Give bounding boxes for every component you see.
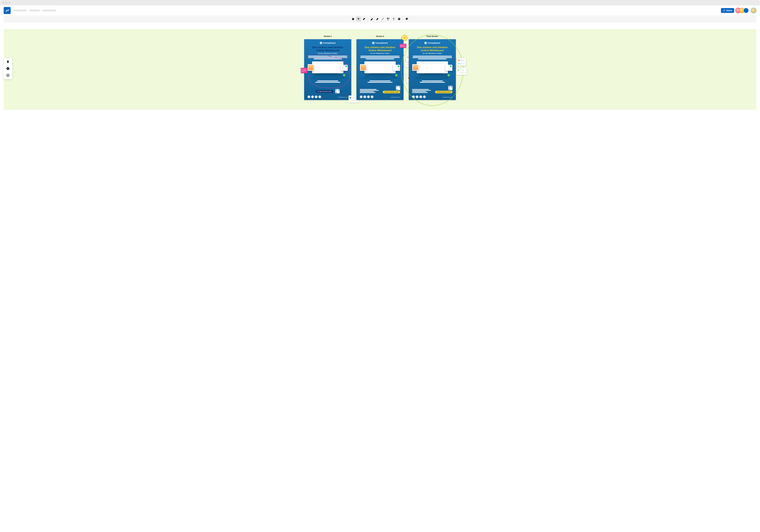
side-panel: [4, 58, 12, 79]
comment-card[interactable]: [456, 68, 466, 75]
version-column-2: Version 2 ◎Conceptboard Das sichere und …: [356, 35, 404, 100]
toolbar-separator: [403, 17, 403, 21]
tool-eraser[interactable]: [361, 17, 367, 22]
poster-illustration: 🔒: [414, 61, 451, 79]
share-button[interactable]: Share: [721, 8, 734, 13]
browser-title-bar: [0, 0, 760, 6]
poster-body-placeholder: [308, 80, 348, 83]
notifications-icon[interactable]: [6, 60, 10, 64]
tool-pan[interactable]: [351, 17, 356, 22]
poster-url: conceptboard.com: [443, 97, 452, 98]
window-control-maximize[interactable]: [9, 2, 10, 4]
whiteboard-frame[interactable]: Version 1 ◎Conceptboard Das sichere und …: [4, 29, 756, 110]
hand-icon: [352, 18, 355, 21]
brand-icon: ◎: [320, 42, 322, 44]
collaborator-avatars: [737, 8, 756, 13]
eraser-icon: [362, 18, 365, 21]
sticky-note-icon: [398, 18, 401, 21]
tool-pen[interactable]: [369, 17, 374, 22]
qr-code: [396, 86, 400, 90]
poster-body-placeholder: [360, 80, 400, 83]
poster-illustration: 🔒: [309, 61, 347, 79]
cta-button[interactable]: 30 Tage kostenlos testen: [435, 91, 452, 93]
svg-rect-7: [7, 74, 9, 75]
toolbar: [4, 16, 756, 23]
window-control-close[interactable]: [2, 2, 4, 4]
link-icon: [723, 9, 725, 12]
qr-code: [448, 86, 452, 90]
cta-button[interactable]: 30 Tage kostenlos testen: [383, 91, 400, 93]
poster-brand: ◎Conceptboard: [412, 42, 452, 44]
brand-icon: ◎: [372, 42, 374, 44]
poster-cta-row: 30 Tage kostenlos testen: [308, 89, 348, 93]
brand-icon: ◎: [425, 42, 427, 44]
cta-button[interactable]: 30 Tage kostenlos testen: [316, 90, 333, 93]
lock-icon: 🔒: [395, 74, 398, 76]
shapes-icon: [387, 18, 390, 21]
tool-text[interactable]: [391, 17, 396, 22]
toolbar-separator: [368, 17, 368, 21]
line-icon: [381, 18, 384, 21]
poster-cta-row: 30 Tage kostenlos testen: [360, 86, 400, 93]
poster-body-placeholder: [360, 56, 400, 59]
poster-v1[interactable]: ◎Conceptboard Das sichere und intuitiveO…: [304, 39, 351, 100]
toolbar-container: [0, 16, 760, 24]
canvas-area[interactable]: Version 1 ◎Conceptboard Das sichere und …: [0, 24, 760, 116]
breadcrumb-skeleton: [29, 10, 40, 11]
poster-url: conceptboard.com: [390, 97, 400, 98]
tasks-icon[interactable]: [6, 67, 10, 70]
poster-final[interactable]: ◎Conceptboard Das sichere und intuitiveO…: [409, 39, 456, 100]
user-avatar[interactable]: [751, 8, 756, 13]
app-window: Share: [0, 6, 760, 116]
tool-comment[interactable]: [404, 17, 409, 22]
svg-point-0: [372, 18, 373, 19]
poster-illustration: 🔒: [361, 61, 399, 79]
breadcrumb-skeleton: [43, 10, 56, 11]
poster-brand: ◎Conceptboard: [308, 42, 348, 44]
lock-icon: 🔒: [343, 74, 346, 76]
tool-line[interactable]: [380, 17, 385, 22]
share-label: Share: [726, 9, 732, 12]
collaborator-avatar[interactable]: [743, 8, 749, 13]
star-pin[interactable]: ★: [402, 35, 407, 43]
poster-subhead: für den öffentlichen Sektor: [308, 52, 348, 54]
qr-code: [335, 89, 340, 93]
star-icon: ★: [403, 36, 406, 40]
poster-cta-row: 30 Tage kostenlos testen: [412, 86, 452, 93]
svg-rect-9: [7, 76, 9, 76]
poster-subhead: für den öffentlichen Sektor: [360, 52, 400, 54]
poster-body-placeholder: [412, 56, 452, 59]
poster-headline: Das sichere und intuitiveOnline Whiteboa…: [360, 46, 400, 52]
outline-icon[interactable]: [6, 73, 10, 77]
lock-icon: 🔒: [447, 74, 450, 76]
poster-headline: Das sichere und intuitiveOnline Whiteboa…: [308, 46, 348, 52]
poster-url: conceptboard.com: [338, 97, 348, 98]
text-icon: [392, 18, 395, 21]
comment-card[interactable]: [457, 61, 466, 66]
app-logo[interactable]: [4, 7, 11, 14]
topbar: Share: [0, 6, 760, 16]
marker-icon: [376, 18, 379, 21]
poster-body-placeholder: [412, 80, 452, 83]
tool-select[interactable]: [356, 17, 361, 22]
cursor-icon: [357, 18, 360, 21]
sticky-note[interactable]: Stay with yellow font: [400, 44, 406, 48]
poster-v2[interactable]: ◎Conceptboard Das sichere und intuitiveO…: [356, 39, 404, 100]
comment-icon: [405, 18, 408, 21]
poster-body-placeholder: [308, 56, 348, 59]
svg-point-2: [388, 18, 389, 19]
svg-rect-1: [387, 18, 388, 19]
version-column-1: Version 1 ◎Conceptboard Das sichere und …: [304, 35, 351, 100]
breadcrumb-skeleton: [13, 10, 26, 11]
tool-marker[interactable]: [375, 17, 380, 22]
poster-subhead: für den öffentlichen Sektor: [412, 52, 452, 54]
svg-point-5: [7, 67, 9, 70]
sticky-note[interactable]: Do I need to change here?: [301, 68, 308, 73]
version-label: Version 1: [324, 35, 332, 37]
tool-shapes[interactable]: [386, 17, 391, 22]
window-control-minimize[interactable]: [6, 2, 7, 4]
tool-sticky[interactable]: [397, 17, 402, 22]
version-column-final: Final Version ◎Conceptboard Das sichere …: [409, 35, 456, 100]
pen-icon: [370, 18, 373, 21]
version-label: Version 2: [376, 35, 384, 37]
